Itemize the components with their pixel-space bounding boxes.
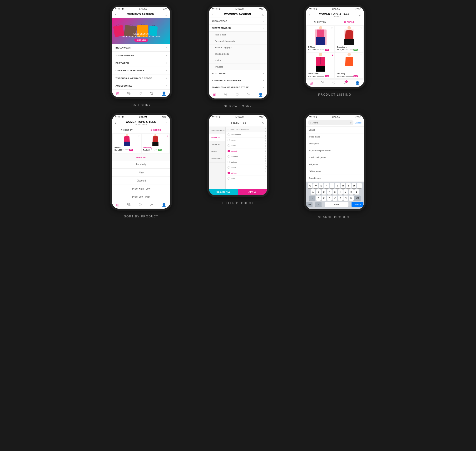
alpha-v[interactable]: V [265, 164, 267, 166]
brand-9rasa[interactable]: 9rasa [226, 138, 267, 143]
sort-btn-sortby[interactable]: ⇅ SORT BY [112, 127, 141, 133]
tab-home-sortby[interactable]: ⊞ [116, 203, 119, 207]
search-icon-category[interactable]: ⌕ [165, 12, 167, 16]
heart-icon-dressberry[interactable]: ♡ [359, 27, 362, 30]
alpha-u[interactable]: U [265, 163, 267, 164]
tab-cart-sortby[interactable]: 🛍 [150, 203, 153, 207]
tab-home-sub[interactable]: ⊞ [213, 93, 216, 97]
alpha-i[interactable]: I [265, 143, 267, 144]
kb-j[interactable]: J [343, 189, 348, 194]
search-input[interactable] [312, 122, 349, 124]
tab-profile-listing[interactable]: 👤 [355, 81, 360, 85]
kb-d[interactable]: D [322, 189, 326, 194]
sort-discount[interactable]: Discount [112, 177, 170, 185]
alpha-d[interactable]: D [265, 134, 267, 136]
alpha-o[interactable]: O [265, 153, 267, 154]
alpha-r[interactable]: R [265, 158, 267, 159]
heart-icon-tunic[interactable]: ♥ [332, 54, 333, 57]
sort-price-high-low[interactable]: Price: High - Low [112, 185, 170, 193]
mini-card-dmuse-sortby[interactable]: ♡ D Muse Rs. 1,599 Rs. 1,899 20% [113, 134, 141, 153]
kb-t[interactable]: T [330, 183, 334, 188]
brand-aaboli[interactable]: ✓ Aaboli [226, 148, 267, 154]
brand-akiva[interactable]: Akiva [226, 165, 267, 170]
kb-shift[interactable]: ⇧ [309, 195, 315, 201]
product-card-tunic[interactable]: ♥ Tunic Coral Rs. 2,259 Rs. 2,699 22% [307, 53, 334, 78]
alpha-x[interactable]: X [265, 168, 267, 169]
kb-y[interactable]: Y [335, 183, 340, 188]
subcat-trousers[interactable]: Trousers [209, 64, 267, 70]
product-card-dmuse[interactable]: ♡ D Muse Rs. 1,599 Rs. 1,899 20% [307, 26, 334, 52]
category-item-westernwear[interactable]: WESTERNWEAR › [112, 52, 170, 59]
tab-offers-category[interactable]: % [127, 91, 130, 96]
tab-wishlist-sortby[interactable]: ♡ [139, 203, 142, 207]
refine-button[interactable]: ⊟ REFINE [335, 19, 364, 25]
alpha-p[interactable]: P [265, 154, 267, 156]
kb-v[interactable]: V [332, 195, 337, 201]
category-item-watches[interactable]: WATCHES & WEARABLE STORE › [112, 75, 170, 82]
kb-g[interactable]: G [332, 189, 337, 194]
heart-mini-dressberry[interactable]: ♥ [167, 135, 168, 137]
suggestion-brand[interactable]: Brand jeans [306, 175, 364, 182]
subcat-footwear[interactable]: FOOTWEAR › [209, 70, 267, 77]
kb-s[interactable]: S [316, 189, 321, 194]
alpha-hash[interactable]: # [265, 128, 267, 129]
kb-w[interactable]: W [313, 183, 318, 188]
alpha-j[interactable]: J [265, 144, 267, 146]
category-item-footwear[interactable]: FOOTWEAR › [112, 59, 170, 67]
brand-abhistti[interactable]: Abhistti [226, 154, 267, 159]
alpha-h[interactable]: H [265, 141, 267, 143]
subcat-jeans[interactable]: Jeans & Jeggings [209, 44, 267, 51]
kb-z[interactable]: Z [316, 195, 321, 201]
sort-price-low-high[interactable]: Price: Low - High [112, 193, 170, 201]
subcat-indianwear[interactable]: INDIANWEAR › [209, 18, 267, 25]
suggestion-yellow[interactable]: Yellow jeans [306, 168, 364, 175]
kb-q[interactable]: Q [308, 183, 312, 188]
refine-btn-sortby[interactable]: ⊟ REFINE [141, 127, 170, 133]
sort-button[interactable]: ⇅ SORT BY [306, 19, 335, 25]
kb-b[interactable]: B [338, 195, 343, 201]
alpha-m[interactable]: M [265, 149, 267, 151]
kb-e[interactable]: E [319, 183, 324, 188]
category-item-accessories[interactable]: ACCESSORIES › [112, 82, 170, 90]
kb-i[interactable]: I [346, 183, 351, 188]
subcat-dresses[interactable]: Dresses & Jumpsuits [209, 38, 267, 44]
alpha-n[interactable]: N [265, 151, 267, 152]
subcat-watches[interactable]: WATCHES & WEARABLE STORE › [209, 84, 267, 91]
alpha-k[interactable]: K [265, 146, 267, 147]
tab-cart-sub[interactable]: 🛍 [247, 93, 250, 97]
suggestion-pepe[interactable]: Pepe jeans [306, 133, 364, 140]
tab-home-category[interactable]: ⊞ [116, 91, 119, 96]
kb-u[interactable]: U [341, 183, 345, 188]
tab-offers-listing[interactable]: % [321, 81, 324, 85]
filter-tab-discount[interactable]: DISCOUNT [209, 155, 225, 163]
kb-emoji[interactable]: ☺ [315, 202, 322, 207]
alpha-e[interactable]: E [265, 136, 267, 138]
suggestion-calvin[interactable]: Calvin klein jeans [306, 154, 364, 161]
shop-now-button[interactable]: SHOP NOW [134, 38, 148, 42]
brand-search-input[interactable] [230, 128, 265, 130]
alpha-t[interactable]: T [265, 161, 267, 163]
tab-cart-category[interactable]: 🛍 [150, 91, 153, 96]
subcat-shorts[interactable]: Shorts & Skirts [209, 51, 267, 57]
kb-p[interactable]: P [357, 183, 362, 188]
filter-tab-price[interactable]: PRICE [209, 148, 225, 155]
tab-offers-sub[interactable]: % [224, 93, 227, 97]
alpha-l[interactable]: L [265, 148, 267, 149]
alpha-s[interactable]: S [265, 159, 267, 161]
alpha-c[interactable]: C [265, 133, 267, 134]
close-icon-filter[interactable]: ✕ [261, 121, 264, 125]
subcat-tunics[interactable]: Tunics [209, 57, 267, 64]
tab-home-listing[interactable]: ⊞ [310, 81, 313, 85]
alpha-a[interactable]: A [265, 129, 267, 131]
kb-n[interactable]: N [343, 195, 348, 201]
heart-icon-fabally[interactable]: ♡ [359, 54, 362, 57]
brand-adidas[interactable]: Adidas [226, 159, 267, 165]
kb-x[interactable]: X [322, 195, 326, 201]
product-card-dressberry[interactable]: ♡ Dressberry Rs. 1,260 Rs. 1,460 16% [335, 26, 363, 52]
kb-l[interactable]: L [354, 189, 359, 194]
brand-20dresses[interactable]: 20 Dresses [226, 132, 267, 138]
clear-all-button[interactable]: CLEAR ALL [209, 189, 238, 195]
category-item-indianwear[interactable]: INDIANWEAR › [112, 44, 170, 52]
subcat-tops[interactable]: Tops & Tees [209, 32, 267, 38]
brand-aliyan[interactable]: ✓ Aliyan [226, 170, 267, 176]
